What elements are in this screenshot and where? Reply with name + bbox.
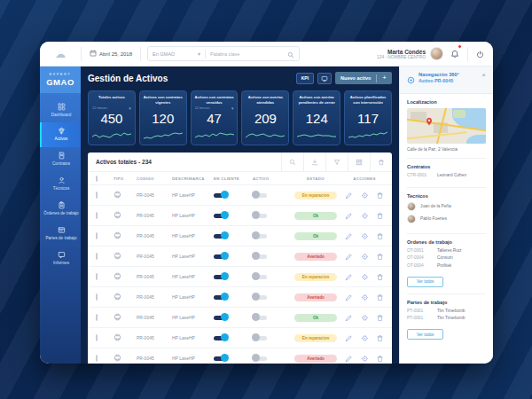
- select-all-checkbox[interactable]: [96, 176, 98, 182]
- asset-code: PR-0045: [137, 254, 172, 259]
- column-header-en-cliente[interactable]: EN CLIENTE: [214, 176, 253, 181]
- activo-toggle[interactable]: [253, 214, 267, 218]
- ver-todos-partes-button[interactable]: Ver todos: [407, 329, 443, 340]
- edit-button[interactable]: [345, 230, 353, 243]
- en-cliente-toggle[interactable]: [214, 316, 228, 320]
- activo-toggle[interactable]: [253, 336, 267, 340]
- logout-button[interactable]: [476, 46, 484, 62]
- row-checkbox[interactable]: [96, 293, 98, 301]
- en-cliente-toggle[interactable]: [214, 356, 228, 361]
- en-cliente-toggle[interactable]: [214, 254, 228, 259]
- row-checkbox[interactable]: [96, 334, 98, 341]
- edit-button[interactable]: [345, 250, 353, 263]
- column-header-codigo[interactable]: CODIGO: [137, 176, 172, 181]
- row-checkbox[interactable]: [96, 355, 98, 362]
- user-avatar[interactable]: [430, 47, 443, 60]
- activo-toggle[interactable]: [253, 295, 267, 300]
- asset-description: HP Laserjet Pro Link...: [172, 213, 189, 218]
- panel-subtitle: Activo PR-0045: [419, 78, 478, 83]
- activo-toggle[interactable]: [253, 275, 267, 279]
- list-item: PT-0001 Tim Timebomb: [407, 316, 486, 320]
- column-header-descripcion[interactable]: DESCRIPCIÓN: [172, 176, 189, 181]
- edit-button[interactable]: [345, 209, 353, 223]
- en-cliente-toggle[interactable]: [214, 214, 228, 218]
- sidebar-item--rdenes-de-trabajo[interactable]: Órdenes de trabajo: [40, 197, 81, 222]
- column-header-estado[interactable]: ESTADO: [286, 176, 345, 181]
- en-cliente-toggle[interactable]: [214, 234, 228, 239]
- row-checkbox[interactable]: [96, 273, 98, 280]
- settings-button[interactable]: [361, 291, 369, 304]
- sidebar-item-contratos[interactable]: Contratos: [40, 147, 81, 172]
- search-icon[interactable]: [287, 46, 294, 62]
- en-cliente-toggle[interactable]: [214, 193, 228, 198]
- presentation-button[interactable]: [317, 73, 332, 84]
- row-checkbox[interactable]: [96, 232, 98, 239]
- row-checkbox[interactable]: [96, 212, 98, 219]
- delete-button[interactable]: [376, 230, 384, 243]
- sidebar-item-informes[interactable]: Informes: [40, 246, 81, 271]
- activo-toggle[interactable]: [253, 356, 267, 361]
- kpi-button[interactable]: KPI: [296, 73, 314, 84]
- delete-button[interactable]: [376, 189, 384, 202]
- column-header-marca[interactable]: MARCA: [189, 176, 214, 181]
- activo-toggle[interactable]: [253, 254, 267, 259]
- table-delete-button[interactable]: [370, 153, 392, 171]
- avatar: [407, 202, 416, 211]
- activo-toggle[interactable]: [253, 193, 267, 198]
- column-header-tipo[interactable]: TIPO: [113, 176, 137, 181]
- settings-button[interactable]: [361, 189, 369, 202]
- delete-button[interactable]: [376, 291, 384, 304]
- activo-toggle[interactable]: [253, 234, 267, 239]
- table-download-button[interactable]: [303, 153, 325, 171]
- row-checkbox[interactable]: [96, 314, 98, 321]
- settings-button[interactable]: [361, 270, 369, 284]
- settings-button[interactable]: [361, 209, 369, 223]
- notifications-button[interactable]: [450, 46, 459, 62]
- stat-card: Activos planificados con intervención ▾ …: [344, 90, 392, 145]
- search-input[interactable]: [210, 51, 287, 57]
- asset-brand: HP: [189, 356, 214, 361]
- delete-button[interactable]: [376, 209, 384, 223]
- column-header-activo[interactable]: ACTIVO: [253, 176, 286, 181]
- en-cliente-toggle[interactable]: [214, 275, 228, 279]
- delete-button[interactable]: [376, 270, 384, 284]
- en-cliente-toggle[interactable]: [214, 336, 228, 340]
- edit-button[interactable]: [345, 270, 353, 284]
- close-icon[interactable]: ×: [481, 72, 486, 79]
- settings-button[interactable]: [361, 311, 369, 325]
- settings-button[interactable]: [361, 230, 369, 243]
- power-icon: [476, 46, 484, 62]
- settings-button[interactable]: [361, 332, 369, 345]
- edit-button[interactable]: [345, 291, 353, 304]
- en-cliente-toggle[interactable]: [214, 295, 228, 300]
- sidebar-item-partes-de-trabajo[interactable]: Partes de trabajo: [40, 222, 81, 246]
- ver-todos-ordenes-button[interactable]: Ver todos: [407, 277, 443, 287]
- date-picker[interactable]: Abril 25, 2018: [82, 50, 140, 58]
- location-map[interactable]: [407, 108, 486, 144]
- delete-button[interactable]: [376, 352, 384, 364]
- sidebar-item-t-cnicos[interactable]: Técnicos: [40, 172, 81, 197]
- settings-button[interactable]: [361, 352, 369, 364]
- delete-button[interactable]: [376, 311, 384, 325]
- settings-button[interactable]: [361, 250, 369, 263]
- asset-code: PR-0045: [137, 213, 172, 218]
- activo-toggle[interactable]: [253, 316, 267, 320]
- delete-button[interactable]: [376, 332, 384, 345]
- delete-button[interactable]: [376, 250, 384, 263]
- edit-button[interactable]: [345, 189, 353, 202]
- sidebar-item-dashboard[interactable]: Dashboard: [40, 98, 81, 122]
- table-filter-button[interactable]: [325, 153, 348, 171]
- column-header-acciones[interactable]: ACCIONES: [345, 176, 384, 181]
- printer-icon: [113, 293, 121, 301]
- row-checkbox[interactable]: [96, 192, 98, 199]
- table-search-button[interactable]: [281, 153, 303, 171]
- search-scope-select[interactable]: En GMAO ▾: [153, 51, 200, 57]
- edit-button[interactable]: [345, 332, 353, 345]
- table-columns-button[interactable]: [348, 153, 370, 171]
- row-checkbox[interactable]: [96, 253, 98, 260]
- user-menu[interactable]: Marta Condés 124 - NOMBRE CENTRO: [377, 49, 426, 59]
- edit-button[interactable]: [345, 352, 353, 364]
- edit-button[interactable]: [345, 311, 353, 325]
- sidebar-item-activos[interactable]: Activos: [40, 122, 81, 147]
- new-asset-button[interactable]: Nuevo activo +: [335, 72, 392, 84]
